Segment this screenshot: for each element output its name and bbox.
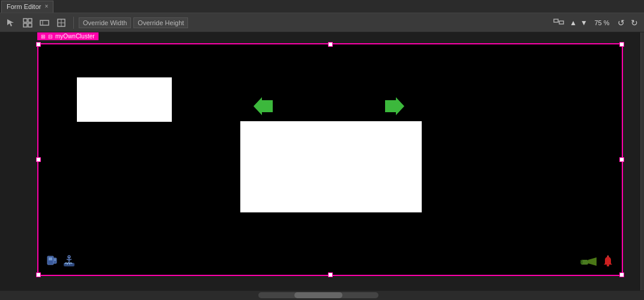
svg-rect-16 bbox=[49, 257, 52, 260]
svg-point-26 bbox=[607, 256, 609, 257]
toolbar-btn-1[interactable] bbox=[4, 16, 18, 30]
tab-close-button[interactable]: × bbox=[44, 4, 48, 10]
resize-handle-tc[interactable] bbox=[328, 42, 333, 47]
aspect-ratio-icon bbox=[553, 19, 564, 27]
side-panel bbox=[640, 32, 644, 290]
resize-handle-tl[interactable] bbox=[36, 42, 41, 47]
toolbar-btn-2[interactable] bbox=[20, 16, 35, 30]
zoom-down-btn[interactable]: ▼ bbox=[579, 17, 589, 28]
arrow-left-icon bbox=[254, 97, 273, 118]
svg-rect-18 bbox=[54, 259, 56, 261]
left-arrow-svg bbox=[254, 97, 273, 115]
scrollbar-thumb[interactable] bbox=[294, 292, 342, 298]
svg-rect-4 bbox=[28, 23, 32, 27]
fuel-svg bbox=[46, 254, 59, 267]
right-arrow-svg bbox=[385, 97, 404, 115]
resize-handle-tr[interactable] bbox=[619, 42, 624, 47]
scrollbar-track[interactable] bbox=[258, 292, 378, 298]
svg-marker-13 bbox=[254, 97, 273, 115]
separator-1 bbox=[73, 17, 74, 29]
svg-rect-3 bbox=[23, 23, 27, 27]
svg-marker-22 bbox=[588, 257, 597, 266]
alert-icon bbox=[601, 255, 615, 270]
resize-handle-mr[interactable] bbox=[619, 157, 624, 162]
beam-icon bbox=[580, 255, 598, 270]
tool-icon-3 bbox=[40, 18, 49, 28]
tab-bar: Form Editor × bbox=[0, 0, 644, 13]
water-svg bbox=[62, 254, 76, 268]
water-icon bbox=[62, 254, 76, 269]
toolbar-btn-4[interactable] bbox=[54, 16, 68, 30]
zoom-up-btn[interactable]: ▲ bbox=[568, 17, 578, 28]
aspect-ratio-btn[interactable] bbox=[551, 16, 566, 30]
cluster-bottom-icons-right bbox=[580, 255, 615, 270]
svg-rect-5 bbox=[40, 20, 49, 25]
toolbar: Override Width Override Height ▲ ▼ 75 % … bbox=[0, 13, 644, 32]
toolbar-btn-3[interactable] bbox=[37, 16, 52, 30]
tool-icon-2 bbox=[23, 18, 32, 28]
resize-handle-br[interactable] bbox=[619, 272, 624, 277]
undo-btn[interactable]: ↺ bbox=[615, 17, 627, 29]
canvas-area[interactable]: ⊞ ⊟ myOwnCluster bbox=[0, 32, 644, 290]
widget-box-2 bbox=[240, 121, 422, 212]
svg-rect-11 bbox=[559, 21, 564, 24]
cluster-label-tag: ⊞ ⊟ myOwnCluster bbox=[37, 32, 99, 40]
cluster-tag-icon2: ⊟ bbox=[48, 34, 53, 40]
tool-icon-4 bbox=[56, 18, 66, 28]
svg-rect-25 bbox=[607, 265, 609, 266]
svg-rect-23 bbox=[580, 260, 583, 262]
cluster-bottom-icons-left bbox=[46, 254, 76, 270]
svg-rect-24 bbox=[580, 262, 583, 263]
svg-rect-1 bbox=[23, 19, 27, 22]
arrow-right-icon bbox=[385, 97, 404, 118]
svg-marker-0 bbox=[7, 19, 14, 26]
fuel-icon bbox=[46, 254, 59, 270]
tab-label: Form Editor bbox=[7, 3, 41, 10]
cluster-container[interactable]: ⊞ ⊟ myOwnCluster bbox=[37, 43, 623, 276]
cluster-name-label: myOwnCluster bbox=[55, 33, 95, 40]
form-editor-tab[interactable]: Form Editor × bbox=[1, 1, 53, 13]
select-icon bbox=[6, 18, 16, 28]
svg-rect-2 bbox=[28, 19, 32, 22]
beam-svg bbox=[580, 255, 598, 268]
override-width-btn[interactable]: Override Width bbox=[79, 17, 131, 28]
resize-handle-ml[interactable] bbox=[36, 157, 41, 162]
alert-svg bbox=[601, 255, 615, 268]
cluster-tag-icon: ⊞ bbox=[41, 34, 46, 40]
widget-box-1 bbox=[77, 77, 172, 122]
redo-btn[interactable]: ↻ bbox=[628, 17, 640, 29]
undo-redo-group: ↺ ↻ bbox=[615, 17, 640, 29]
zoom-controls: ▲ ▼ bbox=[568, 17, 589, 28]
resize-handle-bl[interactable] bbox=[36, 272, 41, 277]
override-height-btn[interactable]: Override Height bbox=[133, 17, 188, 28]
resize-handle-bc[interactable] bbox=[328, 272, 333, 277]
svg-marker-14 bbox=[385, 97, 404, 115]
zoom-value: 75 % bbox=[591, 19, 613, 26]
scrollbar-area[interactable] bbox=[0, 290, 644, 300]
svg-rect-10 bbox=[554, 19, 558, 22]
